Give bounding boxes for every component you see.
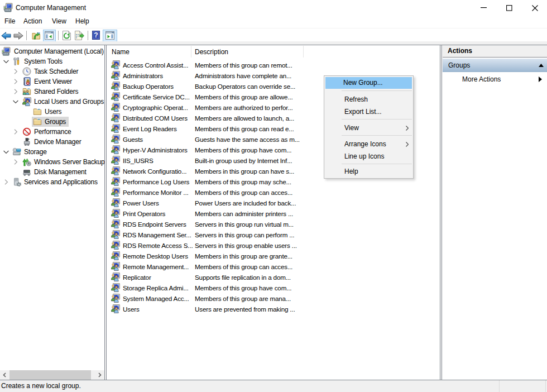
svg-text:?: ? (94, 31, 98, 39)
